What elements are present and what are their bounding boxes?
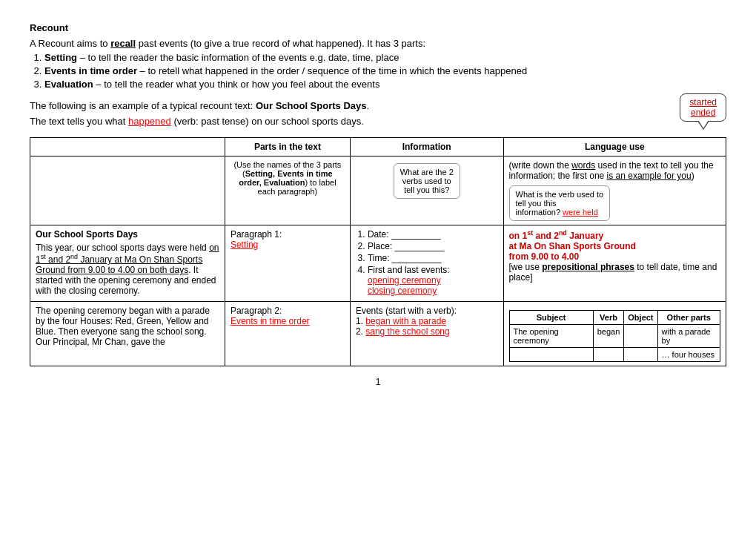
table-header-row: Parts in the text Information Language u… <box>30 138 726 156</box>
header-info: Information <box>350 138 503 156</box>
sub-other-1: with a parade by <box>657 325 720 348</box>
intro-text-before: A Recount aims to <box>30 38 110 49</box>
example-end: . <box>366 100 369 111</box>
sub-col-other: Other parts <box>657 311 720 325</box>
closing-ceremony: closing ceremony <box>368 286 437 296</box>
callout-bubble: started ended <box>680 93 726 122</box>
callout-line1: started <box>689 97 717 108</box>
row1-lang-note: [we use prepositional phrases to tell da… <box>509 262 717 283</box>
row1-lang: on 1st and 2nd January at Ma On Shan Spo… <box>503 225 726 302</box>
row2-para-label: Paragraph 2: <box>231 306 345 316</box>
row2-event1: 1. began with a parade <box>356 316 498 326</box>
info-date: Date: __________ <box>368 229 498 240</box>
sub-other-2: … four houses <box>657 348 720 362</box>
sub-subject-2 <box>509 348 593 362</box>
row1-info-list: Date: __________ Place: __________ Time:… <box>368 229 498 296</box>
header-lang: Language use <box>503 138 726 156</box>
row1-left: Our School Sports Days This year, our sc… <box>30 225 225 302</box>
row1-setting: Setting <box>231 240 345 250</box>
subheader-col1 <box>30 156 225 225</box>
intro-paragraph: A Recount aims to recall past events (to… <box>30 38 726 49</box>
row2-parts: Paragraph 2: Events in time order <box>225 302 350 366</box>
main-table: Parts in the text Information Language u… <box>30 137 726 366</box>
sub-subject-1: The opening ceremony <box>509 325 593 348</box>
table-row-2: The opening ceremony began with a parade… <box>30 302 726 366</box>
happened-after: (verb: past tense) on our school sports … <box>171 116 364 127</box>
sub-row-2: … four houses <box>509 348 720 362</box>
sub-col-object: Object <box>624 311 657 325</box>
list-item-events: Events in time order – to retell what ha… <box>44 65 726 76</box>
list-item-evaluation: Evaluation – to tell the reader what you… <box>44 79 726 90</box>
list-item-setting: Setting – to tell the reader the basic i… <box>44 52 726 63</box>
sub-header-row: Subject Verb Object Other parts <box>509 311 720 325</box>
happened-paragraph: The text tells you what happened (verb: … <box>30 116 635 127</box>
row1-para-label: Paragraph 1: <box>231 229 345 240</box>
happened-before: The text tells you what <box>30 116 128 127</box>
row2-info: Events (start with a verb): 1. began wit… <box>350 302 503 366</box>
evaluation-label: Evaluation <box>44 79 93 90</box>
evaluation-desc: – to tell the reader what you think or h… <box>93 79 380 90</box>
info-place: Place: __________ <box>368 241 498 251</box>
lang-bubble: What is the verb used totell you thisinf… <box>509 185 611 221</box>
setting-label: Setting <box>44 52 77 63</box>
subheader-lang: (write down the words used in the text t… <box>503 156 726 225</box>
sub-verb-1: began <box>593 325 624 348</box>
row2-body: The opening ceremony began with a parade… <box>36 306 219 347</box>
opening-ceremony: opening ceremony <box>368 275 441 286</box>
row1-lang-ground: at Ma On Shan Sports Ground <box>509 241 636 251</box>
header-col1 <box>30 138 225 156</box>
parts-list: Setting – to tell the reader the basic i… <box>44 52 726 90</box>
row1-body: This year, our school sports days were h… <box>36 243 219 296</box>
sub-col-verb: Verb <box>593 311 624 325</box>
page-content: Recount A Recount aims to recall past ev… <box>30 22 726 387</box>
row2-events: Events in time order <box>231 316 345 326</box>
happened-word: happened <box>128 116 171 127</box>
example-title: Our School Sports Days <box>256 100 367 111</box>
row1-date: on 1st and 2nd January at Ma On Shan Spo… <box>36 243 219 275</box>
row1-lang-text: on 1st and 2nd January at Ma On Shan Spo… <box>509 231 636 262</box>
happened-section: The text tells you what happened (verb: … <box>30 116 726 127</box>
row2-lang: Subject Verb Object Other parts The open… <box>503 302 726 366</box>
example-intro-text: The following is an example of a typical… <box>30 100 256 111</box>
row2-event2: 2. sang the school song <box>356 326 498 337</box>
events-desc: – to retell what happened in the order /… <box>137 65 527 76</box>
sub-object-1 <box>624 325 657 348</box>
row1-parts: Paragraph 1: Setting <box>225 225 350 302</box>
lang-sub-text: (write down the words used in the text t… <box>509 160 714 181</box>
sub-table: Subject Verb Object Other parts The open… <box>509 310 721 362</box>
recall-word: recall <box>110 38 136 49</box>
callout-line2: ended <box>691 108 715 118</box>
info-time: Time: __________ <box>368 253 498 263</box>
sub-verb-2 <box>593 348 624 362</box>
row1-title: Our School Sports Days <box>36 229 219 240</box>
row1-lang-time: from 9.00 to 4.00 <box>509 251 580 262</box>
table-row-1: Our School Sports Days This year, our sc… <box>30 225 726 302</box>
header-parts: Parts in the text <box>225 138 350 156</box>
sub-object-2 <box>624 348 657 362</box>
info-events: First and last events: opening ceremony … <box>368 265 498 296</box>
intro-text-after: past events (to give a true record of wh… <box>136 38 425 49</box>
sub-row-1: The opening ceremony began with a parade… <box>509 325 720 348</box>
table-subheader-row: (Use the names of the 3 parts (Setting, … <box>30 156 726 225</box>
setting-desc: – to tell the reader the basic informati… <box>77 52 399 63</box>
sub-col-subject: Subject <box>509 311 593 325</box>
subheader-parts: (Use the names of the 3 parts (Setting, … <box>225 156 350 225</box>
row2-left: The opening ceremony began with a parade… <box>30 302 225 366</box>
page-number: 1 <box>30 377 726 387</box>
row1-info: Date: __________ Place: __________ Time:… <box>350 225 503 302</box>
row2-info-label: Events (start with a verb): <box>356 306 498 316</box>
page-title: Recount <box>30 22 726 33</box>
subheader-info: What are the 2verbs used totell you this… <box>350 156 503 225</box>
example-intro: The following is an example of a typical… <box>30 100 726 111</box>
events-label: Events in time order <box>44 65 137 76</box>
info-bubble: What are the 2verbs used totell you this… <box>394 163 460 199</box>
